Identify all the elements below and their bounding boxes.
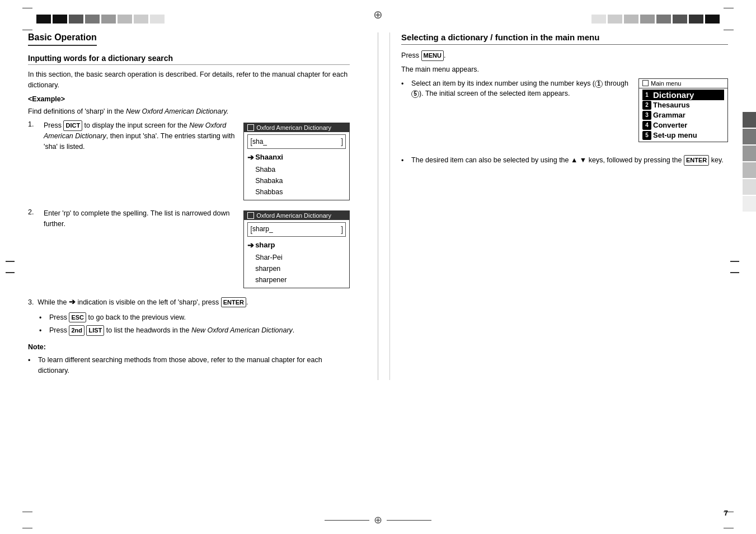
sub-bullet-2-text: Press 2nd LIST to list the headwords in …	[49, 325, 294, 336]
header-block	[53, 15, 67, 24]
dict-entry-shaba: Shaba	[247, 164, 346, 175]
dict-input-value-2: sharp_	[252, 224, 273, 235]
menu-label-converter: Converter	[653, 121, 687, 129]
list-button: LIST	[86, 325, 104, 336]
header-block	[591, 15, 606, 24]
header-block	[705, 15, 720, 24]
note-bullet-1: • To learn different searching methods f…	[28, 355, 350, 376]
left-column: Basic Operation Inputting words for a di…	[28, 32, 367, 380]
note-bullet-dot: •	[28, 355, 35, 376]
enter-button-2: ENTER	[684, 155, 709, 166]
header-block	[134, 15, 148, 24]
checkbox-icon-2	[247, 212, 254, 219]
menu-num-4: 4	[642, 121, 651, 130]
bottom-line-right	[387, 520, 431, 521]
section-title: Basic Operation	[28, 32, 97, 46]
menu-item-thesaurus: 2 Thesaurus	[642, 100, 724, 110]
menu-num-1: 1	[642, 90, 651, 99]
menu-box-body: 1 Dictionary 2 Thesaurus 3 Grammar 4	[639, 88, 727, 142]
header-block	[36, 15, 51, 24]
menu-item-setup: 5 Set-up menu	[642, 130, 724, 140]
menu-box-title: Main menu	[651, 80, 681, 87]
menu-item-converter: 4 Converter	[642, 120, 724, 130]
header-block	[608, 15, 622, 24]
sub-bullet-2: • Press 2nd LIST to list the headwords i…	[39, 325, 350, 336]
header-block	[640, 15, 655, 24]
arrow-icon: ➔	[247, 151, 254, 163]
note-label: Note:	[28, 342, 350, 353]
header-block	[656, 15, 671, 24]
menu-label-setup: Set-up menu	[653, 131, 697, 139]
steps-list: 1. Press DICT to display the input scree…	[28, 120, 350, 288]
right-bullet-2: • The desired item can also be selected …	[401, 155, 728, 166]
header-block	[150, 15, 165, 24]
intro-text: In this section, the basic search operat…	[28, 69, 350, 91]
2nd-button: 2nd	[69, 325, 84, 336]
bottom-crosshair: ⊕	[374, 514, 382, 526]
menu-appears-text: The main menu appears.	[401, 64, 728, 75]
gray-tab	[743, 129, 756, 144]
top-crosshair: ⊕	[373, 8, 383, 21]
step-2: 2. Enter 'rp' to complete the spelling. …	[28, 208, 350, 288]
example-dict-name: New Oxford American Dictionary.	[126, 107, 228, 115]
menu-num-2: 2	[642, 101, 651, 110]
dict-arrow-entry-2: ➔ sharp	[247, 239, 346, 251]
step-1-text: Press DICT to display the input screen f…	[44, 120, 237, 152]
dict-input-value-1: sha_	[252, 137, 267, 147]
dict-entry-shaanxi: Shaanxi	[255, 152, 283, 163]
bottom-line-left	[325, 520, 369, 521]
menu-label-grammar: Grammar	[653, 111, 685, 119]
step-3-text: 3. While the ➔ indication is visible on …	[28, 296, 350, 308]
menu-num-3: 3	[642, 111, 651, 120]
down-arrow: ▼	[580, 156, 586, 164]
arrow-icon-2: ➔	[247, 239, 254, 251]
dict-input-row-2: [ sharp_ ]	[247, 222, 346, 237]
dict-screen-2-header: Oxford American Dictionary	[244, 211, 349, 220]
page-wrapper: ⊕	[0, 0, 756, 534]
up-arrow: ▲	[571, 156, 577, 164]
note-bullets: • To learn different searching methods f…	[28, 355, 350, 376]
dict-entry-sharpener: sharpener	[247, 274, 346, 285]
header-block	[673, 15, 687, 24]
dict-screen-1-header: Oxford American Dictionary	[244, 123, 349, 132]
press-menu-text: Press MENU.	[401, 50, 728, 61]
dict-entry-sharpen: sharpen	[247, 263, 346, 274]
example-label: <Example>	[28, 94, 350, 105]
sub-bullet-1-text: Press ESC to go back to the previous vie…	[49, 312, 186, 324]
esc-button: ESC	[69, 312, 86, 323]
note-text: To learn different searching methods fro…	[38, 355, 350, 376]
gray-tab	[743, 112, 756, 128]
menu-box-header: Main menu	[639, 79, 727, 88]
enter-button: ENTER	[221, 297, 246, 308]
num-circle-5: 5	[411, 90, 419, 98]
right-content-area: Main menu 1 Dictionary 2 Thesaurus 3	[401, 78, 728, 171]
gray-tab	[743, 162, 756, 178]
menu-num-5: 5	[642, 131, 651, 140]
sub-bullets: • Press ESC to go back to the previous v…	[39, 312, 350, 337]
right-column: Selecting a dictionary / function in the…	[389, 32, 728, 380]
bullet-dot: •	[39, 313, 46, 324]
header-block	[69, 15, 83, 24]
menu-item-grammar: 3 Grammar	[642, 110, 724, 120]
right-bullet-1: • Select an item by its index number usi…	[401, 78, 633, 100]
bullet-dot-2: •	[39, 326, 46, 336]
header-block	[118, 15, 132, 24]
checkbox-icon	[247, 124, 254, 131]
dict-entry-shabbas: Shabbas	[247, 186, 346, 198]
dict-input-row-1: [ sha_ ]	[247, 134, 346, 149]
menu-item-dictionary: 1 Dictionary	[642, 90, 724, 100]
menu-checkbox	[642, 80, 649, 86]
step-2-content: Enter 'rp' to complete the spelling. The…	[44, 208, 350, 288]
bracket-close: ]	[341, 135, 343, 148]
dict-entry-sharp: sharp	[255, 240, 275, 251]
num-circle-1: 1	[595, 80, 603, 88]
sub-bullet-1: • Press ESC to go back to the previous v…	[39, 312, 350, 324]
right-bullet-2-text: The desired item can also be selected by…	[411, 155, 724, 166]
header-block	[101, 15, 116, 24]
dict-screen-2-body: [ sharp_ ] ➔ sharp Shar-Pei	[244, 220, 349, 288]
right-section-title: Selecting a dictionary / function in the…	[401, 32, 728, 45]
column-divider	[378, 32, 378, 380]
header-block	[85, 15, 100, 24]
top-header-area: ⊕	[0, 0, 756, 32]
main-content: Basic Operation Inputting words for a di…	[0, 32, 756, 380]
